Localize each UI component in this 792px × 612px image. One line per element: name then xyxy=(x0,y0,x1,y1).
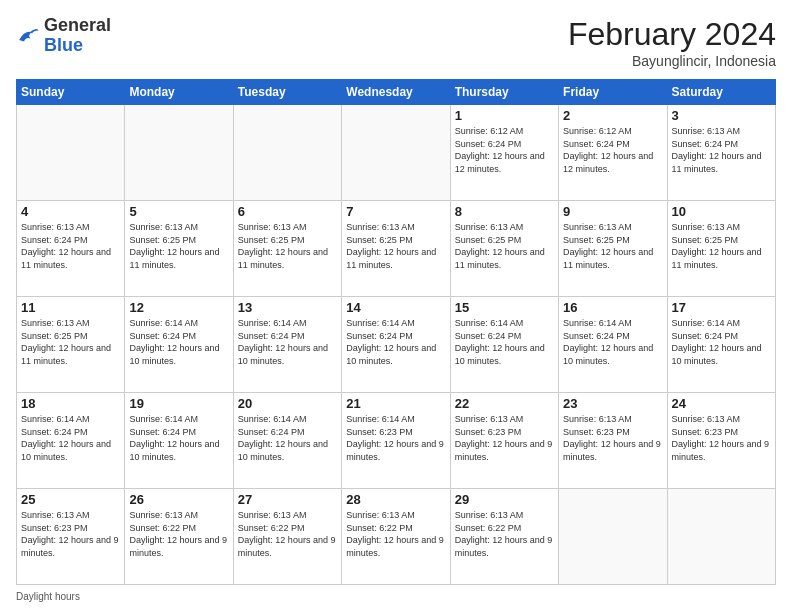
month-year: February 2024 xyxy=(568,16,776,53)
logo: General Blue xyxy=(16,16,111,56)
day-number: 6 xyxy=(238,204,337,219)
calendar-cell: 7Sunrise: 6:13 AM Sunset: 6:25 PM Daylig… xyxy=(342,201,450,297)
calendar-cell xyxy=(559,489,667,585)
day-info: Sunrise: 6:13 AM Sunset: 6:25 PM Dayligh… xyxy=(21,317,120,367)
day-number: 17 xyxy=(672,300,771,315)
day-info: Sunrise: 6:13 AM Sunset: 6:25 PM Dayligh… xyxy=(672,221,771,271)
calendar-cell: 27Sunrise: 6:13 AM Sunset: 6:22 PM Dayli… xyxy=(233,489,341,585)
calendar-cell: 24Sunrise: 6:13 AM Sunset: 6:23 PM Dayli… xyxy=(667,393,775,489)
logo-text: General Blue xyxy=(44,16,111,56)
calendar-cell: 11Sunrise: 6:13 AM Sunset: 6:25 PM Dayli… xyxy=(17,297,125,393)
day-info: Sunrise: 6:14 AM Sunset: 6:24 PM Dayligh… xyxy=(346,317,445,367)
calendar-cell: 17Sunrise: 6:14 AM Sunset: 6:24 PM Dayli… xyxy=(667,297,775,393)
calendar-header-tuesday: Tuesday xyxy=(233,80,341,105)
calendar-cell: 5Sunrise: 6:13 AM Sunset: 6:25 PM Daylig… xyxy=(125,201,233,297)
day-info: Sunrise: 6:13 AM Sunset: 6:24 PM Dayligh… xyxy=(672,125,771,175)
day-number: 19 xyxy=(129,396,228,411)
logo-blue: Blue xyxy=(44,35,83,55)
logo-general: General xyxy=(44,15,111,35)
calendar-cell: 19Sunrise: 6:14 AM Sunset: 6:24 PM Dayli… xyxy=(125,393,233,489)
day-number: 14 xyxy=(346,300,445,315)
day-info: Sunrise: 6:13 AM Sunset: 6:22 PM Dayligh… xyxy=(129,509,228,559)
day-number: 4 xyxy=(21,204,120,219)
day-info: Sunrise: 6:14 AM Sunset: 6:24 PM Dayligh… xyxy=(21,413,120,463)
day-info: Sunrise: 6:14 AM Sunset: 6:24 PM Dayligh… xyxy=(672,317,771,367)
calendar-header-thursday: Thursday xyxy=(450,80,558,105)
calendar-cell xyxy=(667,489,775,585)
day-number: 28 xyxy=(346,492,445,507)
day-info: Sunrise: 6:14 AM Sunset: 6:24 PM Dayligh… xyxy=(455,317,554,367)
day-number: 2 xyxy=(563,108,662,123)
day-info: Sunrise: 6:14 AM Sunset: 6:24 PM Dayligh… xyxy=(129,317,228,367)
calendar-cell: 18Sunrise: 6:14 AM Sunset: 6:24 PM Dayli… xyxy=(17,393,125,489)
calendar-header-saturday: Saturday xyxy=(667,80,775,105)
day-number: 7 xyxy=(346,204,445,219)
calendar-week-4: 25Sunrise: 6:13 AM Sunset: 6:23 PM Dayli… xyxy=(17,489,776,585)
day-info: Sunrise: 6:13 AM Sunset: 6:25 PM Dayligh… xyxy=(346,221,445,271)
calendar-cell: 6Sunrise: 6:13 AM Sunset: 6:25 PM Daylig… xyxy=(233,201,341,297)
day-info: Sunrise: 6:13 AM Sunset: 6:22 PM Dayligh… xyxy=(455,509,554,559)
calendar-header-sunday: Sunday xyxy=(17,80,125,105)
day-number: 10 xyxy=(672,204,771,219)
day-info: Sunrise: 6:14 AM Sunset: 6:24 PM Dayligh… xyxy=(238,317,337,367)
day-info: Sunrise: 6:12 AM Sunset: 6:24 PM Dayligh… xyxy=(563,125,662,175)
calendar-cell: 25Sunrise: 6:13 AM Sunset: 6:23 PM Dayli… xyxy=(17,489,125,585)
day-number: 18 xyxy=(21,396,120,411)
calendar-header-wednesday: Wednesday xyxy=(342,80,450,105)
calendar-cell xyxy=(125,105,233,201)
calendar-header-row: SundayMondayTuesdayWednesdayThursdayFrid… xyxy=(17,80,776,105)
calendar-cell: 1Sunrise: 6:12 AM Sunset: 6:24 PM Daylig… xyxy=(450,105,558,201)
day-number: 5 xyxy=(129,204,228,219)
calendar-cell xyxy=(342,105,450,201)
calendar-cell: 26Sunrise: 6:13 AM Sunset: 6:22 PM Dayli… xyxy=(125,489,233,585)
day-info: Sunrise: 6:12 AM Sunset: 6:24 PM Dayligh… xyxy=(455,125,554,175)
day-number: 20 xyxy=(238,396,337,411)
calendar-cell: 8Sunrise: 6:13 AM Sunset: 6:25 PM Daylig… xyxy=(450,201,558,297)
day-info: Sunrise: 6:13 AM Sunset: 6:23 PM Dayligh… xyxy=(563,413,662,463)
calendar-cell: 4Sunrise: 6:13 AM Sunset: 6:24 PM Daylig… xyxy=(17,201,125,297)
footer: Daylight hours xyxy=(16,591,776,602)
calendar-cell xyxy=(233,105,341,201)
calendar-cell xyxy=(17,105,125,201)
day-info: Sunrise: 6:13 AM Sunset: 6:23 PM Dayligh… xyxy=(455,413,554,463)
logo-bird-icon xyxy=(16,24,40,48)
day-number: 3 xyxy=(672,108,771,123)
day-info: Sunrise: 6:13 AM Sunset: 6:23 PM Dayligh… xyxy=(21,509,120,559)
calendar-cell: 9Sunrise: 6:13 AM Sunset: 6:25 PM Daylig… xyxy=(559,201,667,297)
calendar-cell: 21Sunrise: 6:14 AM Sunset: 6:23 PM Dayli… xyxy=(342,393,450,489)
day-info: Sunrise: 6:14 AM Sunset: 6:24 PM Dayligh… xyxy=(129,413,228,463)
calendar-cell: 23Sunrise: 6:13 AM Sunset: 6:23 PM Dayli… xyxy=(559,393,667,489)
calendar-cell: 28Sunrise: 6:13 AM Sunset: 6:22 PM Dayli… xyxy=(342,489,450,585)
day-number: 23 xyxy=(563,396,662,411)
daylight-label: Daylight hours xyxy=(16,591,80,602)
calendar-week-3: 18Sunrise: 6:14 AM Sunset: 6:24 PM Dayli… xyxy=(17,393,776,489)
day-info: Sunrise: 6:13 AM Sunset: 6:25 PM Dayligh… xyxy=(563,221,662,271)
day-number: 11 xyxy=(21,300,120,315)
calendar-cell: 22Sunrise: 6:13 AM Sunset: 6:23 PM Dayli… xyxy=(450,393,558,489)
calendar-week-2: 11Sunrise: 6:13 AM Sunset: 6:25 PM Dayli… xyxy=(17,297,776,393)
day-info: Sunrise: 6:13 AM Sunset: 6:25 PM Dayligh… xyxy=(238,221,337,271)
calendar-cell: 3Sunrise: 6:13 AM Sunset: 6:24 PM Daylig… xyxy=(667,105,775,201)
header: General Blue February 2024 Bayunglincir,… xyxy=(16,16,776,69)
calendar-cell: 16Sunrise: 6:14 AM Sunset: 6:24 PM Dayli… xyxy=(559,297,667,393)
day-number: 27 xyxy=(238,492,337,507)
calendar-cell: 2Sunrise: 6:12 AM Sunset: 6:24 PM Daylig… xyxy=(559,105,667,201)
day-info: Sunrise: 6:13 AM Sunset: 6:24 PM Dayligh… xyxy=(21,221,120,271)
day-number: 12 xyxy=(129,300,228,315)
calendar-cell: 20Sunrise: 6:14 AM Sunset: 6:24 PM Dayli… xyxy=(233,393,341,489)
day-number: 26 xyxy=(129,492,228,507)
calendar-cell: 15Sunrise: 6:14 AM Sunset: 6:24 PM Dayli… xyxy=(450,297,558,393)
day-info: Sunrise: 6:14 AM Sunset: 6:23 PM Dayligh… xyxy=(346,413,445,463)
calendar-cell: 10Sunrise: 6:13 AM Sunset: 6:25 PM Dayli… xyxy=(667,201,775,297)
day-info: Sunrise: 6:13 AM Sunset: 6:22 PM Dayligh… xyxy=(238,509,337,559)
page: General Blue February 2024 Bayunglincir,… xyxy=(0,0,792,612)
title-block: February 2024 Bayunglincir, Indonesia xyxy=(568,16,776,69)
day-info: Sunrise: 6:13 AM Sunset: 6:23 PM Dayligh… xyxy=(672,413,771,463)
calendar-cell: 29Sunrise: 6:13 AM Sunset: 6:22 PM Dayli… xyxy=(450,489,558,585)
day-number: 16 xyxy=(563,300,662,315)
day-number: 24 xyxy=(672,396,771,411)
day-info: Sunrise: 6:14 AM Sunset: 6:24 PM Dayligh… xyxy=(238,413,337,463)
day-info: Sunrise: 6:13 AM Sunset: 6:25 PM Dayligh… xyxy=(455,221,554,271)
calendar-cell: 13Sunrise: 6:14 AM Sunset: 6:24 PM Dayli… xyxy=(233,297,341,393)
calendar-header-monday: Monday xyxy=(125,80,233,105)
